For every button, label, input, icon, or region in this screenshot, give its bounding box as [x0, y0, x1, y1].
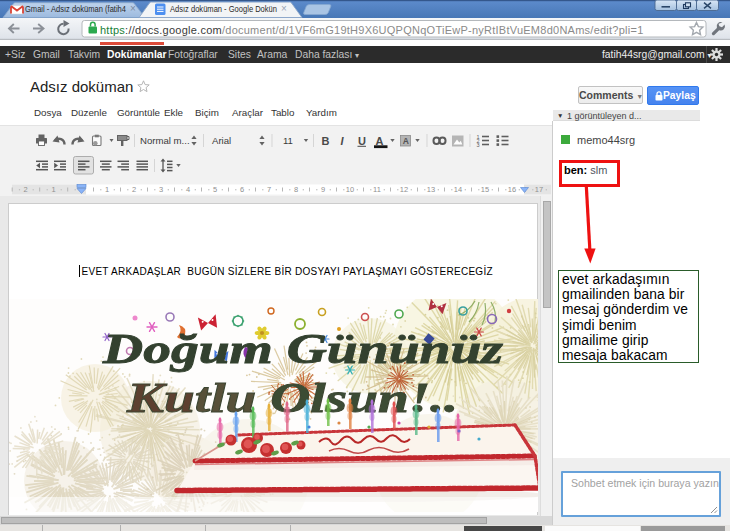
svg-text:7: 7: [267, 185, 271, 194]
svg-text:A: A: [376, 135, 384, 147]
svg-text:14: 14: [454, 185, 462, 194]
svg-text:B: B: [322, 135, 330, 147]
svg-text:4: 4: [186, 185, 190, 194]
svg-text:1: 1: [105, 185, 109, 194]
svg-text:×: ×: [130, 3, 136, 14]
svg-text:U: U: [358, 135, 366, 147]
svg-text:9: 9: [321, 185, 325, 194]
svg-text:10: 10: [346, 185, 354, 194]
svg-text:2: 2: [24, 185, 28, 194]
svg-text:Gmail - Adsız doküman (fatih4: Gmail - Adsız doküman (fatih4: [25, 4, 126, 14]
svg-text:16: 16: [508, 185, 516, 194]
svg-text:5: 5: [213, 185, 217, 194]
svg-text:6: 6: [240, 185, 244, 194]
svg-text:Normal m...: Normal m...: [140, 135, 190, 146]
svg-text:A: A: [403, 136, 409, 146]
svg-text:8: 8: [294, 185, 298, 194]
svg-text:2: 2: [132, 185, 136, 194]
svg-text:12: 12: [400, 185, 408, 194]
svg-text:Arial: Arial: [212, 135, 231, 146]
svg-text:3: 3: [159, 185, 163, 194]
svg-text:×: ×: [281, 3, 287, 14]
svg-text:I: I: [341, 135, 345, 147]
svg-text:Adsız doküman - Google Dokün: Adsız doküman - Google Dokün: [170, 4, 277, 14]
svg-text:3: 3: [477, 142, 480, 148]
svg-text:Doğum Gününüz: Doğum Gününüz: [102, 326, 504, 372]
svg-text:1: 1: [52, 185, 56, 194]
svg-text:17: 17: [535, 185, 543, 194]
svg-text:13: 13: [427, 185, 435, 194]
svg-text:11: 11: [373, 185, 381, 194]
svg-text:15: 15: [481, 185, 489, 194]
svg-text:11: 11: [283, 135, 293, 146]
svg-text:Kutlu Olsun!..: Kutlu Olsun!..: [126, 375, 458, 421]
